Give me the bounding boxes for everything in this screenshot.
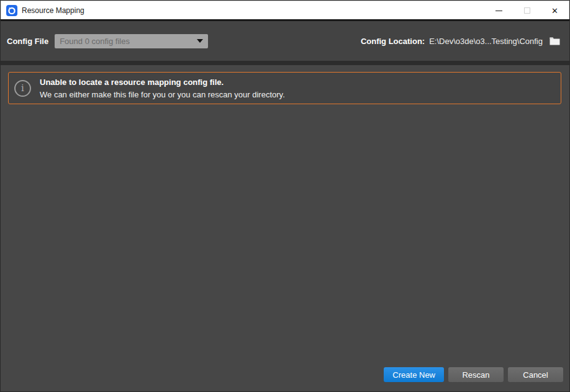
warning-message: We can either make this file for you or … (40, 90, 285, 99)
warning-banner: i Unable to locate a resource mapping co… (8, 72, 561, 104)
toolbar-content-divider (1, 61, 569, 65)
maximize-icon (524, 7, 530, 14)
warning-text: Unable to locate a resource mapping conf… (40, 78, 285, 99)
config-location-group: Config Location: E:\Dev\o3de\o3...Testin… (361, 37, 560, 46)
content-area: i Unable to locate a resource mapping co… (1, 65, 569, 391)
maximize-button[interactable] (513, 1, 541, 20)
config-location-label: Config Location: (361, 37, 425, 46)
window-controls: ✕ (485, 1, 569, 20)
resource-mapping-window: Resource Mapping ✕ Config File Found 0 c… (0, 0, 570, 392)
chevron-down-icon (197, 39, 203, 43)
close-icon: ✕ (551, 7, 558, 15)
config-file-label: Config File (7, 37, 48, 46)
info-icon: i (14, 80, 31, 97)
config-location-path: E:\Dev\o3de\o3...Testing\Config (429, 37, 543, 46)
window-title: Resource Mapping (22, 6, 84, 15)
create-new-button[interactable]: Create New (384, 367, 444, 382)
minimize-button[interactable] (485, 1, 513, 20)
rescan-button[interactable]: Rescan (448, 367, 504, 382)
minimize-icon (495, 11, 502, 11)
browse-folder-button[interactable] (549, 37, 560, 46)
close-button[interactable]: ✕ (541, 1, 569, 20)
config-file-dropdown[interactable]: Found 0 config files (55, 34, 208, 48)
warning-title: Unable to locate a resource mapping conf… (40, 78, 285, 87)
toolbar: Config File Found 0 config files Config … (1, 21, 569, 61)
footer-buttons: Create New Rescan Cancel (384, 367, 563, 382)
titlebar: Resource Mapping ✕ (1, 1, 569, 19)
o3de-logo-icon (6, 5, 17, 16)
folder-icon (550, 37, 560, 45)
config-file-dropdown-value: Found 0 config files (60, 37, 193, 46)
cancel-button[interactable]: Cancel (508, 367, 563, 382)
